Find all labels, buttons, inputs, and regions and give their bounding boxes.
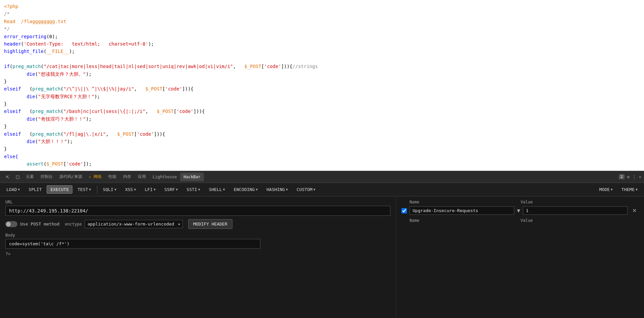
code-line-13: } xyxy=(4,100,640,108)
test-button[interactable]: TEST ▼ xyxy=(74,185,95,194)
tab-memory[interactable]: 内存 xyxy=(120,172,135,182)
code-line-16: } xyxy=(4,123,640,130)
tab-network[interactable]: ⚠ 网络 xyxy=(86,172,105,182)
header-labels-row: Name Value xyxy=(401,200,639,204)
separator-1 xyxy=(97,186,97,194)
devtools-icon-cursor[interactable]: ⇱ xyxy=(3,172,13,182)
code-line-17: elseif (preg_match("/fl|ag|\.|x/i", $_PO… xyxy=(4,130,640,138)
header-row1-name-input[interactable] xyxy=(410,206,514,215)
code-line-15: die("奇技淫巧？大胆！！"); xyxy=(4,115,640,123)
split-button[interactable]: SPLIT xyxy=(25,185,45,194)
custom-arrow-icon: ▼ xyxy=(313,188,315,191)
devtools-panel: ⇱ □ 元素 控制台 源代码/来源 ⚠ 网络 性能 内存 应用 Lighthou… xyxy=(0,171,644,318)
devtools-badge: 2 xyxy=(619,174,625,179)
header-value-col-label-2: Value xyxy=(521,218,628,223)
encoding-button[interactable]: ENCODING ▼ xyxy=(230,185,262,194)
shell-arrow-icon: ▼ xyxy=(223,188,225,191)
body-input[interactable] xyxy=(5,239,260,249)
toggle-knob xyxy=(6,222,11,227)
header-row-1: ▼ ✕ xyxy=(401,206,639,215)
tab-sources[interactable]: 源代码/来源 xyxy=(56,172,85,182)
code-line-20: else{ xyxy=(4,153,640,160)
header-row1-value-input[interactable] xyxy=(523,206,628,215)
code-line-19: } xyxy=(4,145,640,152)
enctype-select-wrap: application/x-www-form-urlencoded multip… xyxy=(85,220,183,228)
test-arrow-icon: ▼ xyxy=(89,188,91,191)
tab-lighthouse[interactable]: Lighthouse xyxy=(149,173,180,181)
code-line-12: die("无字母数字RCE？大胆！"); xyxy=(4,93,640,100)
header-labels-row-2: Name Value xyxy=(401,218,639,223)
hackbar-row2: Use POST method enctype application/x-ww… xyxy=(5,219,390,229)
tab-console[interactable]: 控制台 xyxy=(37,172,56,182)
ssrf-button[interactable]: SSRF ▼ xyxy=(161,185,181,194)
code-line-21: assert($_POST['code']); xyxy=(4,160,640,168)
tab-hackbar[interactable]: HackBar xyxy=(180,173,204,181)
theme-button[interactable]: THEME ▼ xyxy=(618,185,641,194)
modify-header-button[interactable]: MODIFY HEADER xyxy=(188,219,232,229)
devtools-tabbar: ⇱ □ 元素 控制台 源代码/来源 ⚠ 网络 性能 内存 应用 Lighthou… xyxy=(0,171,644,183)
header-row1-close-button[interactable]: ✕ xyxy=(630,207,639,214)
shell-button[interactable]: SHELL ▼ xyxy=(205,185,229,194)
ssrf-arrow-icon: ▼ xyxy=(176,188,178,191)
enctype-label: enctype xyxy=(65,222,82,227)
code-line-3: Read /flagggggggg.txt xyxy=(4,18,640,25)
tab-elements[interactable]: 元素 xyxy=(22,172,37,182)
code-line-7: highlight_file(__FILE__); xyxy=(4,48,640,55)
code-line-1: <?php xyxy=(4,3,640,10)
header-row1-checkbox[interactable] xyxy=(401,208,407,213)
tab-application[interactable]: 应用 xyxy=(135,172,149,182)
hackbar-right-buttons: MODE ▼ THEME ▼ xyxy=(595,185,641,194)
hackbar-toolbar: LOAD ▼ SPLIT EXECUTE TEST ▼ SQLI ▼ XSS ▼… xyxy=(0,183,644,196)
custom-button[interactable]: CUSTOM ▼ xyxy=(293,185,319,194)
devtools-icon-inspect[interactable]: □ xyxy=(13,172,23,182)
code-line-5: error_reporting(0); xyxy=(4,33,640,40)
body-label: Body xyxy=(5,233,390,238)
code-line-14: elseif (preg_match("/bash|nc|curl|sess|\… xyxy=(4,108,640,115)
xss-arrow-icon: ▼ xyxy=(134,188,136,191)
body-php-close: ?> xyxy=(5,250,390,258)
hackbar-left-panel: URL Use POST method enctype application/… xyxy=(0,196,396,318)
header-dropdown-icon[interactable]: ▼ xyxy=(517,207,520,214)
execute-button[interactable]: EXECUTE xyxy=(47,185,72,194)
tab-performance[interactable]: 性能 xyxy=(105,172,120,182)
hashing-button[interactable]: HASHING ▼ xyxy=(263,185,292,194)
devtools-settings-icon[interactable]: ⚙ xyxy=(627,175,630,179)
body-section: Body ?> xyxy=(5,233,390,258)
code-line-18: die("大胆！！！"); xyxy=(4,138,640,145)
header-value-col-label: Value xyxy=(521,200,628,204)
enctype-wrap: enctype application/x-www-form-urlencode… xyxy=(65,220,183,228)
encoding-arrow-icon: ▼ xyxy=(256,188,258,191)
sqli-button[interactable]: SQLI ▼ xyxy=(99,185,120,194)
code-line-blank xyxy=(4,55,640,63)
devtools-close-icon[interactable]: ✕ xyxy=(639,175,641,179)
post-method-label: Use POST method xyxy=(20,221,59,227)
code-line-2: /* xyxy=(4,10,640,17)
enctype-select[interactable]: application/x-www-form-urlencoded multip… xyxy=(85,220,183,228)
code-line-6: header('Content-Type: text/html; charset… xyxy=(4,40,640,48)
lfi-button[interactable]: LFI ▼ xyxy=(141,185,159,194)
code-line-11: elseif (preg_match("/\^|\||\ ^|\\$|\%|ja… xyxy=(4,85,640,92)
ssti-button[interactable]: SSTI ▼ xyxy=(183,185,204,194)
code-line-8: if(preg_match("/cat|tac|more|less|head|t… xyxy=(4,63,640,70)
post-toggle-wrap: Use POST method xyxy=(5,221,59,227)
load-arrow-icon: ▼ xyxy=(18,188,20,191)
devtools-more-icon[interactable]: ⋮ xyxy=(632,175,636,179)
post-method-toggle[interactable] xyxy=(5,221,17,227)
header-name-col-label: Name xyxy=(410,200,518,204)
hackbar-content: URL Use POST method enctype application/… xyxy=(0,196,644,318)
header-name-col-label-2: Name xyxy=(410,218,518,223)
sqli-arrow-icon: ▼ xyxy=(114,188,116,191)
lfi-arrow-icon: ▼ xyxy=(154,188,156,191)
xss-button[interactable]: XSS ▼ xyxy=(121,185,140,194)
devtools-right-icons: 2 ⚙ ⋮ ✕ xyxy=(619,174,641,179)
code-line-4: */ xyxy=(4,25,640,33)
hackbar-header-panel: Name Value ▼ ✕ Name Value xyxy=(396,196,644,318)
url-label: URL xyxy=(5,200,390,204)
mode-arrow-icon: ▼ xyxy=(611,188,613,191)
mode-button[interactable]: MODE ▼ xyxy=(595,185,616,194)
url-input[interactable] xyxy=(5,206,390,216)
theme-arrow-icon: ▼ xyxy=(636,188,638,191)
load-button[interactable]: LOAD ▼ xyxy=(3,185,23,194)
code-display: <?php /* Read /flagggggggg.txt */ error_… xyxy=(0,0,644,171)
code-line-10: } xyxy=(4,78,640,85)
